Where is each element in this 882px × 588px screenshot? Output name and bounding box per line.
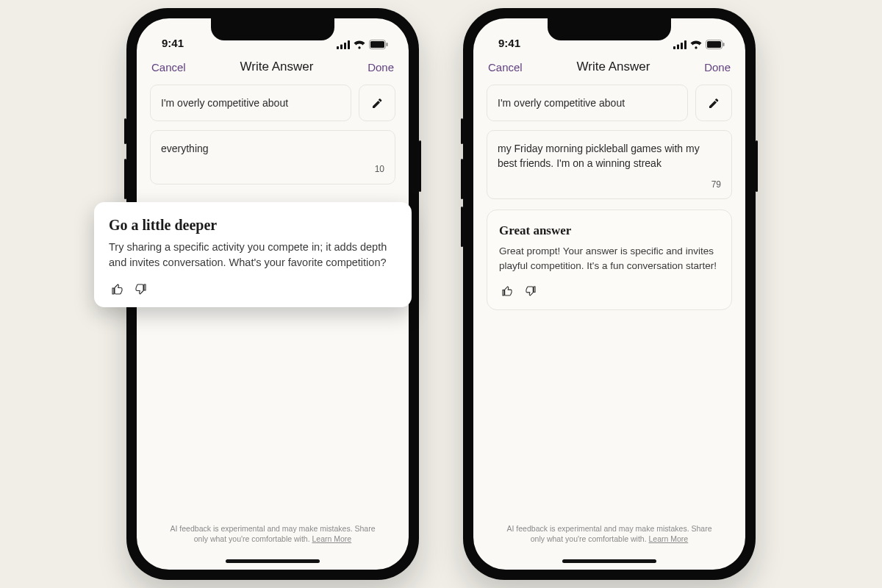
disclaimer-line2: only what you're comfortable with. [194, 534, 312, 543]
disclaimer-line2: only what you're comfortable with. [531, 534, 649, 543]
volume-down [461, 207, 463, 247]
thumbs-down-icon [135, 284, 146, 295]
char-count: 79 [498, 179, 721, 191]
svg-rect-5 [370, 41, 384, 48]
answer-text: my Friday morning pickleball games with … [498, 141, 721, 171]
feedback-body: Great prompt! Your answer is specific an… [499, 244, 720, 273]
mute-switch [124, 118, 126, 144]
svg-rect-3 [348, 40, 350, 49]
prompt-row: I'm overly competitive about [487, 85, 732, 121]
nav-bar: Cancel Write Answer Done [137, 52, 409, 85]
home-indicator[interactable] [562, 559, 656, 563]
status-indicators [337, 40, 388, 49]
svg-rect-2 [344, 43, 346, 49]
answer-input[interactable]: everything 10 [150, 130, 395, 184]
feedback-actions [109, 281, 397, 297]
thumbs-up-button[interactable] [109, 281, 125, 297]
feedback-actions [499, 283, 720, 299]
battery-icon [369, 40, 388, 49]
nav-bar: Cancel Write Answer Done [473, 52, 745, 85]
nav-title: Write Answer [240, 60, 314, 74]
feedback-card-right: Great answer Great prompt! Your answer i… [487, 209, 732, 310]
disclaimer-line1: AI feedback is experimental and may make… [507, 524, 712, 533]
answer-text: everything [161, 141, 384, 156]
done-button[interactable]: Done [704, 61, 731, 74]
cancel-button[interactable]: Cancel [488, 61, 523, 74]
svg-rect-7 [673, 46, 675, 49]
status-time: 9:41 [498, 37, 520, 49]
svg-rect-9 [681, 43, 683, 49]
notch [548, 18, 671, 40]
volume-up [124, 159, 126, 199]
wifi-icon [690, 40, 702, 49]
status-time: 9:41 [162, 37, 184, 49]
prompt-text[interactable]: I'm overly competitive about [487, 85, 688, 121]
power-button [419, 140, 421, 192]
thumbs-down-button[interactable] [132, 281, 148, 297]
screen-right: 9:41 Cancel Write Answer Done I'm overly… [473, 18, 745, 570]
home-indicator[interactable] [226, 559, 320, 563]
done-button[interactable]: Done [368, 61, 394, 74]
svg-rect-6 [387, 43, 388, 46]
edit-prompt-button[interactable] [359, 85, 395, 121]
prompt-row: I'm overly competitive about [150, 85, 395, 121]
svg-rect-0 [337, 46, 339, 49]
thumbs-up-button[interactable] [499, 283, 515, 299]
disclaimer: AI feedback is experimental and may make… [473, 523, 745, 545]
svg-rect-8 [677, 44, 679, 49]
status-indicators [673, 40, 725, 49]
cellular-icon [337, 40, 350, 49]
edit-prompt-button[interactable] [695, 85, 732, 121]
cellular-icon [673, 40, 686, 49]
phone-right: 9:41 Cancel Write Answer Done I'm overly… [463, 8, 756, 580]
nav-title: Write Answer [577, 60, 650, 74]
prompt-text[interactable]: I'm overly competitive about [150, 85, 351, 121]
svg-rect-13 [723, 43, 725, 46]
content-left: I'm overly competitive about everything … [137, 85, 409, 184]
pencil-icon [708, 97, 720, 110]
phone-left: 9:41 Cancel Write Answer Done I'm overly… [126, 8, 419, 580]
power-button [756, 140, 758, 192]
feedback-card-left: Go a little deeper Try sharing a specifi… [94, 202, 412, 307]
battery-icon [706, 40, 725, 49]
thumbs-down-button[interactable] [523, 283, 539, 299]
wifi-icon [354, 40, 365, 49]
notch [211, 18, 334, 40]
learn-more-link[interactable]: Learn More [312, 534, 352, 543]
cancel-button[interactable]: Cancel [151, 61, 186, 74]
thumbs-up-icon [112, 284, 123, 295]
svg-rect-1 [340, 44, 343, 49]
mute-switch [461, 118, 463, 144]
disclaimer-line1: AI feedback is experimental and may make… [171, 524, 376, 533]
feedback-title: Great answer [499, 223, 720, 238]
learn-more-link[interactable]: Learn More [649, 534, 689, 543]
volume-up [461, 159, 463, 199]
svg-rect-10 [684, 40, 686, 49]
feedback-body: Try sharing a specific activity you comp… [109, 240, 397, 270]
feedback-title: Go a little deeper [109, 217, 397, 234]
thumbs-up-icon [502, 286, 512, 296]
svg-rect-12 [707, 41, 721, 48]
disclaimer: AI feedback is experimental and may make… [137, 523, 409, 545]
answer-input[interactable]: my Friday morning pickleball games with … [487, 130, 732, 199]
thumbs-down-icon [526, 286, 536, 296]
content-right: I'm overly competitive about my Friday m… [473, 85, 745, 310]
char-count: 10 [161, 163, 384, 176]
pencil-icon [371, 97, 384, 110]
